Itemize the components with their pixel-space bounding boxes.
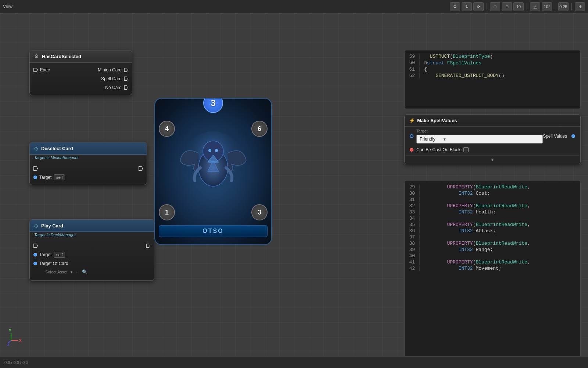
code-line-30: 30 INT32 Cost; (405, 190, 580, 197)
toolbar-icon-4[interactable]: □ (490, 2, 500, 11)
line-border-62 (419, 73, 420, 78)
line-content-40 (424, 253, 427, 259)
pin-right-minion: Minion Card (98, 67, 128, 72)
svg-text:X: X (19, 339, 22, 343)
line-num-39: 39 (405, 247, 419, 252)
line-content-36: INT32 Attack; (424, 228, 496, 234)
line-border-29 (419, 184, 420, 190)
target-pin-deselect (33, 176, 37, 179)
line-num-41: 41 (405, 259, 419, 265)
line-content-33: INT32 Health; (424, 209, 496, 215)
code-panel-top: 59 USTRUCT(BlueprintType) 60 ⊟struct FSp… (404, 50, 581, 109)
select-asset-dropdown-arrow[interactable]: ▼ (70, 270, 74, 274)
toolbar-icon-2[interactable]: ↻ (462, 2, 472, 11)
line-content-34 (424, 216, 427, 221)
line-num-34: 34 (405, 216, 419, 221)
line-num-40: 40 (405, 253, 419, 259)
playcard-target-value[interactable]: self (54, 252, 65, 258)
target-of-card-label: Target Of Card (39, 261, 68, 266)
toolbar-icon-025[interactable]: 0.25 (558, 2, 569, 11)
exec-pin-label: Exec (40, 67, 50, 72)
card-background: 3 4 6 1 3 OTSO (154, 98, 272, 245)
main-viewport: ⚙ HasCardSelected Exec Minion Card Spell… (0, 13, 588, 368)
line-num-29: 29 (405, 184, 419, 190)
line-num-59: 59 (405, 54, 419, 59)
line-num-31: 31 (405, 197, 419, 202)
playcard-exec-in (33, 244, 38, 248)
svg-text:Y: Y (9, 329, 11, 333)
line-border-59 (419, 54, 420, 59)
toolbar-icon-grid[interactable]: ⊞ (502, 2, 512, 11)
line-num-36: 36 (405, 228, 419, 234)
card-badge-topright: 6 (251, 121, 268, 137)
select-asset-row: Select Asset ▼ ← 🔍 (30, 268, 154, 277)
view-label: View (3, 4, 12, 9)
separator-1 (487, 3, 487, 10)
code-line-31: 31 (405, 197, 580, 203)
deselect-target-value[interactable]: self (54, 174, 65, 180)
card-artwork: 3 4 6 1 3 OTSO (154, 98, 272, 245)
toolbar-icon-10deg[interactable]: 10° (542, 2, 552, 11)
line-border-33 (419, 209, 420, 215)
line-content-37 (424, 234, 427, 240)
node-deselect-card[interactable]: ◇ Deselect Card Target is MinionBlueprin… (29, 142, 147, 185)
diamond-icon-playcard: ◇ (34, 223, 38, 229)
line-border-60 (419, 60, 420, 66)
pin-left-target-of-card: Target Of Card (33, 261, 68, 266)
diamond-icon-deselect: ◇ (34, 145, 38, 151)
select-asset-back-arrow[interactable]: ← (75, 269, 80, 275)
toolbar-icon-4[interactable]: 4 (575, 2, 585, 11)
deselect-target-label: Target (39, 175, 51, 180)
line-num-62: 62 (405, 73, 419, 78)
node-make-spellvalues[interactable]: ⚡ Make SpellValues Target Friendly ▼ Spe… (404, 114, 581, 164)
spell-values-output-pin (571, 134, 575, 138)
card-visual: 3 4 6 1 3 OTSO (154, 98, 272, 245)
code-line-33: 33 INT32 Health; (405, 209, 580, 215)
separator-2 (527, 3, 527, 10)
line-content-35: UPROPERTY(BlueprintReadWrite, (424, 222, 530, 227)
pin-row-playcard-target: Target self (30, 250, 154, 259)
toolbar-icon-3[interactable]: ⟳ (473, 2, 484, 11)
gear-icon: ⚙ (34, 53, 39, 59)
toolbar-icon-1[interactable]: ⚙ (450, 2, 460, 11)
expand-arrow-icon[interactable]: ▼ (490, 157, 495, 162)
code-line-36: 36 INT32 Attack; (405, 228, 580, 234)
minion-card-pin (124, 68, 128, 72)
pin-row-deselect-target: Target self (30, 173, 147, 182)
code-line-37: 37 (405, 234, 580, 240)
card-name-banner: OTSO (159, 225, 268, 237)
line-border-35 (419, 222, 420, 227)
svg-point-5 (215, 149, 218, 152)
line-content-29: UPROPERTY(BlueprintReadWrite, (424, 184, 530, 190)
creature-body (166, 113, 260, 215)
code-line-61: 61 { (405, 66, 580, 72)
target-label-small: Target (416, 129, 543, 133)
node-has-card-selected[interactable]: ⚙ HasCardSelected Exec Minion Card Spell… (29, 50, 132, 95)
pin-left-deselect-exec (33, 166, 38, 171)
code-line-32: 32 UPROPERTY(BlueprintReadWrite, (405, 203, 580, 209)
line-content-61: { (424, 67, 427, 72)
make-spellvalues-title: Make SpellValues (417, 118, 457, 123)
line-num-35: 35 (405, 222, 419, 227)
pin-row-nocard: No Card (30, 83, 132, 92)
toolbar-icon-10[interactable]: 10 (513, 2, 524, 11)
toolbar-icon-triangle[interactable]: △ (530, 2, 540, 11)
line-num-37: 37 (405, 234, 419, 240)
select-asset-text[interactable]: Select Asset (45, 270, 68, 274)
toolbar: View ⚙ ↻ ⟳ □ ⊞ 10 △ 10° 0.25 4 (0, 0, 588, 13)
target-of-card-pin (33, 262, 37, 265)
line-num-32: 32 (405, 203, 419, 209)
code-line-41: 41 UPROPERTY(BlueprintReadWrite, (405, 259, 580, 265)
node-play-card[interactable]: ◇ Play Card Target is DeckManager Target… (29, 219, 154, 281)
pin-left-playcard-exec (33, 244, 38, 248)
cast-on-block-checkbox[interactable] (463, 147, 469, 152)
expand-arrow-row: ▼ (405, 155, 580, 164)
code-line-35: 35 UPROPERTY(BlueprintReadWrite, (405, 222, 580, 228)
target-dropdown-value: Friendly (420, 137, 435, 142)
select-asset-search-icon[interactable]: 🔍 (82, 269, 87, 275)
line-content-62: GENERATED_USTRUCT_BODY() (424, 73, 504, 78)
code-line-34: 34 (405, 215, 580, 222)
line-content-42: INT32 Movement; (424, 266, 502, 271)
cast-block-pin (410, 148, 413, 152)
target-dropdown[interactable]: Friendly ▼ (416, 135, 543, 144)
